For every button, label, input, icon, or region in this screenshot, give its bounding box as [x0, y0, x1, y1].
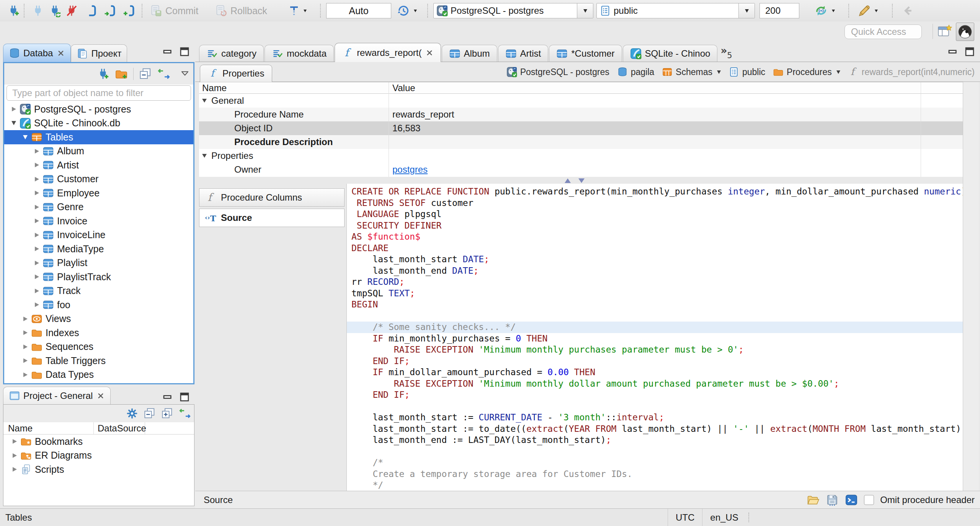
collapse-arrow-icon[interactable] [9, 119, 19, 128]
editor-tab-artist[interactable]: Artist [498, 45, 549, 62]
property-row-procedure-description[interactable]: Procedure Description [199, 135, 963, 149]
recent-sql-editor-button[interactable] [102, 3, 118, 18]
breadcrumb-item-schemas[interactable]: Schemas [662, 67, 721, 77]
rollback-button[interactable]: Rollback [214, 3, 267, 18]
chevron-down-icon[interactable] [717, 70, 721, 74]
expand-arrow-icon[interactable] [10, 465, 20, 474]
minimize-icon[interactable] [947, 46, 959, 57]
expand-arrow-icon[interactable] [32, 203, 42, 212]
expand-arrow-icon[interactable] [10, 451, 20, 460]
disconnect-button[interactable] [64, 3, 80, 18]
tree-item-playlisttrack[interactable]: PlaylistTrack [4, 270, 193, 284]
sql-editor-button[interactable] [83, 3, 99, 18]
link-with-editor-icon[interactable] [157, 67, 170, 80]
tree-item-invoice[interactable]: Invoice [4, 214, 193, 228]
tree-item-track[interactable]: Track [4, 284, 193, 298]
expand-arrow-icon[interactable] [32, 188, 42, 198]
close-icon[interactable] [96, 392, 105, 400]
editor-tab-rewards-report[interactable]: frewards_report( [335, 43, 441, 62]
splitter-control[interactable] [565, 178, 585, 183]
splitter-up-icon[interactable] [565, 178, 571, 183]
expand-arrow-icon[interactable] [32, 175, 42, 184]
subtab-procedure-columns[interactable]: fProcedure Columns [199, 188, 345, 207]
breadcrumb-item-rewards-report-int4-numeric[interactable]: frewards_report(int4,numeric) [848, 67, 975, 77]
collapse-arrow-icon[interactable] [20, 132, 30, 142]
property-row-properties[interactable]: Properties [199, 149, 963, 163]
status-locale[interactable]: en_US [702, 509, 746, 526]
expand-arrow-icon[interactable] [32, 286, 42, 296]
expand-arrow-icon[interactable] [20, 356, 30, 365]
minimize-icon[interactable] [162, 391, 173, 403]
auto-commit-combo[interactable]: Auto [326, 3, 391, 18]
expand-all-icon[interactable] [161, 407, 173, 420]
collapse-arrow-icon[interactable] [202, 97, 211, 105]
expand-arrow-icon[interactable] [32, 230, 42, 240]
gear-icon[interactable] [126, 407, 138, 420]
project-item-scripts[interactable]: Scripts [3, 462, 194, 477]
connection-combo-dropdown[interactable] [577, 3, 593, 18]
highlight-dropdown-button[interactable] [858, 3, 878, 18]
open-in-sql-console-icon[interactable] [845, 493, 858, 506]
editor-tab-album[interactable]: Album [442, 45, 497, 62]
expand-arrow-icon[interactable] [10, 437, 20, 446]
breadcrumb-item-public[interactable]: public [728, 67, 765, 77]
splitter-down-icon[interactable] [578, 178, 585, 183]
expand-arrow-icon[interactable] [32, 244, 42, 253]
editor-tab-customer[interactable]: *Customer [549, 45, 622, 62]
column-header-datasource[interactable]: DataSource [94, 422, 145, 434]
close-icon[interactable] [57, 49, 65, 57]
connect-button[interactable] [30, 3, 46, 18]
property-row-object-id[interactable]: Object ID16,583 [199, 121, 963, 135]
expand-arrow-icon[interactable] [20, 342, 30, 351]
breadcrumb-item-pagila[interactable]: pagila [617, 67, 654, 77]
tree-item-sqlite-chinook-db[interactable]: SQLite - Chinook.db [4, 116, 193, 131]
expand-arrow-icon[interactable] [20, 314, 30, 323]
expand-arrow-icon[interactable] [32, 300, 42, 309]
expand-arrow-icon[interactable] [32, 258, 42, 268]
commit-button[interactable]: Commit [149, 3, 198, 18]
transaction-mode-button[interactable] [288, 3, 307, 18]
tree-item-mediatype[interactable]: MediaType [4, 242, 193, 256]
property-row-owner[interactable]: Ownerpostgres [199, 163, 963, 176]
tree-item-indexes[interactable]: Indexes [4, 326, 193, 340]
open-perspective-button[interactable] [937, 24, 954, 41]
tree-item-playlist[interactable]: Playlist [4, 256, 193, 270]
column-divider[interactable] [389, 82, 389, 177]
source-code-editor[interactable]: CREATE OR REPLACE FUNCTION public.reward… [346, 184, 963, 491]
new-connection-button[interactable] [5, 3, 21, 18]
column-header-value[interactable]: Value [389, 83, 415, 93]
owner-link[interactable]: postgres [392, 164, 428, 175]
breadcrumb-item-postgresql-postgres[interactable]: PostgreSQL - postgres [506, 67, 609, 77]
maximize-icon[interactable] [964, 46, 975, 57]
tree-item-views[interactable]: Views [4, 312, 193, 326]
subtab-source[interactable]: ‹›TSource [199, 209, 345, 227]
tab-properties[interactable]: f Properties [200, 65, 272, 82]
link-with-editor-icon[interactable] [179, 407, 191, 420]
refresh-dropdown-button[interactable] [814, 3, 835, 18]
collapse-arrow-icon[interactable] [202, 152, 211, 160]
expand-arrow-icon[interactable] [20, 328, 30, 337]
reconnect-button[interactable] [47, 3, 63, 18]
tree-item-genre[interactable]: Genre [4, 200, 193, 214]
tree-item-invoiceline[interactable]: InvoiceLine [4, 228, 193, 242]
schema-combo[interactable]: public [596, 3, 755, 18]
load-from-file-icon[interactable] [807, 493, 820, 506]
history-dropdown-button[interactable] [397, 3, 417, 18]
tab-database-navigator[interactable]: Databa [3, 44, 71, 62]
view-menu-icon[interactable] [180, 69, 190, 79]
editor-tab-mockdata[interactable]: mockdata [265, 45, 334, 62]
new-connection-icon[interactable] [96, 67, 109, 80]
expand-arrow-icon[interactable] [32, 160, 42, 170]
editor-tab-overflow[interactable]: »5 [720, 45, 732, 62]
editor-tab-sqlite-chinoo[interactable]: SQLite - Chinoo [623, 45, 718, 62]
chevron-down-icon[interactable] [836, 70, 840, 74]
expand-arrow-icon[interactable] [32, 216, 42, 225]
tree-item-artist[interactable]: Artist [4, 158, 193, 172]
maximize-icon[interactable] [179, 391, 190, 403]
column-divider[interactable] [921, 82, 921, 177]
minimize-icon[interactable] [162, 46, 173, 57]
save-to-file-icon[interactable] [826, 493, 839, 506]
tree-item-employee[interactable]: Employee [4, 186, 193, 200]
expand-arrow-icon[interactable] [32, 147, 42, 156]
tree-item-album[interactable]: Album [4, 144, 193, 158]
